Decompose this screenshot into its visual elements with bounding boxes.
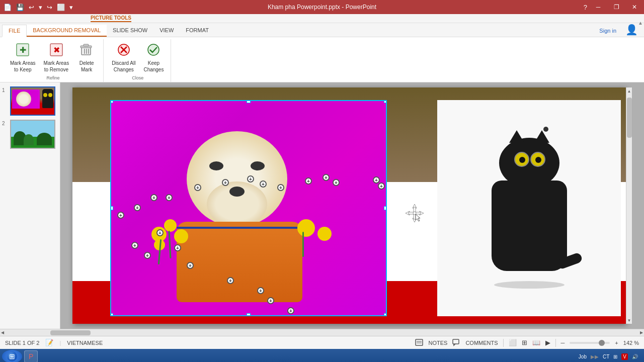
delete-mark-icon — [79, 43, 94, 59]
zoom-thumb[interactable] — [599, 340, 605, 346]
slide-notes-button[interactable]: 📝 — [45, 339, 53, 346]
title-bar: 📄 💾 ↩ ▾ ↪ ⬜ ▾ Kham pha Powerpoint.pptx -… — [0, 0, 644, 14]
selection-handle-tl[interactable] — [110, 100, 113, 103]
markup-dot-27[interactable]: + — [287, 307, 294, 314]
scroll-left-button[interactable]: ◀ — [1, 330, 4, 335]
slide-canvas[interactable]: + + + + + + + + + + + + + + + + + — [72, 87, 626, 324]
picture-tools-bar: PICTURE TOOLS — [0, 14, 644, 23]
save-icon[interactable]: 💾 — [15, 3, 26, 12]
cat-ear-right — [534, 130, 549, 143]
svg-rect-22 — [416, 339, 423, 345]
selection-handle-tr[interactable] — [384, 100, 387, 103]
scroll-right-button[interactable]: ▶ — [640, 330, 643, 335]
tab-file[interactable]: FILE — [2, 25, 27, 37]
comments-label[interactable]: COMMENTS — [465, 340, 498, 346]
mark-areas-keep-button[interactable]: ✚ Mark Areas to Keep — [7, 41, 39, 74]
cat-body — [492, 180, 567, 271]
zoom-level[interactable]: 142 % — [623, 340, 639, 346]
slide-panel: 1 2 — [0, 82, 60, 329]
taskbar: ⊞ P Job ▶▶ CT ⊞ V 🔊 — [0, 349, 644, 362]
language-indicator: VIETNAMESE — [67, 340, 103, 346]
svg-marker-17 — [420, 211, 424, 215]
mark-remove-label2: to Remove — [44, 66, 68, 73]
discard-label2: Changes — [114, 66, 134, 73]
close-buttons: Discard All Changes Keep Changes — [109, 39, 167, 75]
svg-rect-25 — [453, 339, 459, 344]
taskbar-extra-icons: ⊞ — [613, 354, 617, 359]
file-icon[interactable]: 📄 — [2, 3, 13, 12]
selection-handle-bl[interactable] — [110, 313, 113, 316]
taskbar-powerpoint[interactable]: P — [24, 350, 38, 362]
discard-label: Discard All — [112, 60, 135, 66]
customize-icon[interactable]: ⬜ — [55, 3, 66, 12]
refine-group-label: Refine — [47, 75, 60, 82]
svg-text:✖: ✖ — [53, 46, 59, 54]
status-sep2 — [555, 339, 556, 347]
keep-changes-button[interactable]: Keep Changes — [140, 41, 167, 74]
reading-view-button[interactable]: 📖 — [532, 339, 540, 346]
redo-icon[interactable]: ↪ — [45, 3, 54, 12]
ribbon-collapse-button[interactable]: ▲ — [637, 0, 644, 45]
minimize-button[interactable]: ─ — [590, 2, 607, 13]
dog-figure — [136, 116, 348, 307]
markup-dot-14[interactable]: + — [378, 183, 385, 190]
tab-slide-show[interactable]: SLIDE SHOW — [107, 25, 153, 37]
slide-info: SLIDE 1 OF 2 — [5, 340, 39, 346]
mark-areas-remove-button[interactable]: ✖ Mark Areas to Remove — [41, 41, 72, 74]
normal-view-button[interactable]: ⬜ — [509, 339, 517, 346]
vertical-scrollbar[interactable]: ▲ ▼ — [626, 87, 632, 324]
selection-handle-mr[interactable] — [384, 206, 387, 210]
notes-label[interactable]: NOTES — [428, 340, 447, 346]
powerpoint-icon: P — [29, 352, 33, 360]
slide-thumb-1[interactable]: 1 — [2, 86, 58, 116]
tab-background-removal[interactable]: BACKGROUND REMOVAL — [27, 25, 107, 37]
customize-dropdown-icon[interactable]: ▾ — [68, 3, 74, 12]
cat-pupil-right — [535, 157, 541, 163]
selection-handle-ml[interactable] — [110, 206, 113, 210]
svg-point-13 — [148, 44, 159, 55]
selection-handle-bm[interactable] — [247, 313, 251, 316]
markup-dot-1[interactable]: + — [117, 212, 124, 219]
selection-handle-br[interactable] — [384, 313, 387, 316]
cat-eye-left — [514, 152, 529, 167]
scroll-up-button[interactable]: ▲ — [626, 87, 632, 95]
slide-thumb-2[interactable]: 2 — [2, 120, 58, 149]
tab-format[interactable]: FORMAT — [180, 25, 215, 37]
horizontal-scrollbar[interactable]: ◀ ▶ — [0, 329, 644, 336]
cat-pupil-left — [519, 157, 525, 163]
start-button[interactable]: ⊞ — [2, 350, 22, 362]
slide-sorter-button[interactable]: ⊞ — [522, 339, 527, 346]
ribbon-tabs: FILE BACKGROUND REMOVAL SLIDE SHOW VIEW … — [0, 23, 644, 37]
cat-tail — [556, 252, 583, 270]
signin-button[interactable]: Sign in — [594, 25, 621, 37]
svg-rect-9 — [84, 44, 89, 46]
ribbon-content: ✚ Mark Areas to Keep ✖ Mark Areas to Rem… — [0, 37, 644, 82]
notes-button[interactable] — [415, 338, 423, 347]
discard-changes-button[interactable]: Discard All Changes — [109, 41, 138, 74]
delete-mark-button[interactable]: Delete Mark — [74, 41, 99, 74]
comments-icon[interactable] — [452, 338, 460, 347]
status-sep — [503, 339, 504, 347]
zoom-out-button[interactable]: ─ — [561, 340, 565, 346]
undo-icon[interactable]: ↩ — [27, 3, 36, 12]
tab-view[interactable]: VIEW — [153, 25, 180, 37]
selection-handle-tm[interactable] — [247, 100, 251, 103]
dog-image-container[interactable]: + + + + + + + + + + + + + + + + + — [110, 100, 387, 316]
scroll-thumb[interactable] — [627, 98, 632, 138]
help-button[interactable]: ? — [582, 3, 589, 12]
slide-show-button[interactable]: ▶ — [545, 339, 550, 346]
hscroll-thumb[interactable] — [50, 330, 91, 335]
undo-dropdown-icon[interactable]: ▾ — [37, 3, 44, 12]
volume-icon[interactable]: 🔊 — [632, 354, 638, 359]
scroll-down-button[interactable]: ▼ — [626, 317, 632, 324]
slide-image-1[interactable] — [10, 86, 55, 116]
zoom-in-button[interactable]: + — [615, 340, 618, 346]
ct-label: CT — [603, 354, 609, 359]
quick-access-toolbar: 📄 💾 ↩ ▾ ↪ ⬜ ▾ — [0, 3, 74, 12]
flower-2 — [164, 219, 177, 232]
markup-dot-13[interactable]: + — [373, 176, 380, 184]
slide-image-2[interactable] — [10, 120, 55, 149]
zoom-slider[interactable] — [570, 342, 610, 344]
restore-button[interactable]: ❐ — [608, 2, 625, 13]
cat-eye-right — [530, 152, 545, 167]
